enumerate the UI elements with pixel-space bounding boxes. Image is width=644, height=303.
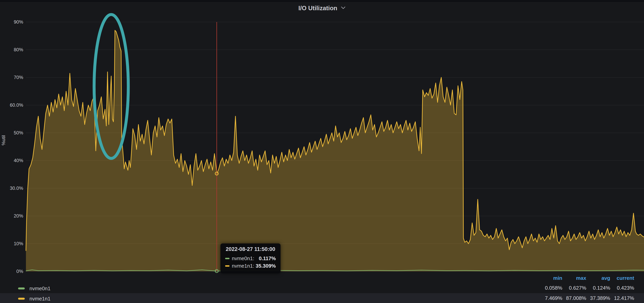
legend-stat-nvme1n1-current: 12.417%	[601, 295, 634, 301]
io-utilization-chart[interactable]	[0, 0, 644, 303]
legend-series-nvme1n1[interactable]: nvme1n1	[18, 294, 50, 303]
tooltip-series-value: 35.309%	[256, 263, 276, 269]
legend-series-nvme0n1[interactable]: nvme0n1	[18, 284, 50, 293]
tooltip-timestamp: 2022-08-27 11:50:00	[225, 246, 276, 252]
legend-swatch[interactable]	[18, 288, 25, 290]
tooltip-series-rows: nvme0n1:0.117%nvme1n1:35.309%	[225, 255, 276, 270]
tooltip-row: nvme0n1:0.117%	[225, 255, 276, 262]
legend-stat-nvme0n1-current: 0.423%	[601, 285, 634, 291]
legend-swatch[interactable]	[18, 298, 25, 300]
tooltip-series-value: 0.117%	[259, 256, 276, 262]
nvme1n1-hover-point	[215, 172, 218, 175]
hover-tooltip: 2022-08-27 11:50:00 nvme0n1:0.117%nvme1n…	[220, 244, 280, 273]
tooltip-series-swatch	[225, 265, 230, 267]
tooltip-series-swatch	[225, 258, 230, 259]
grafana-panel: I/O Utilization %util 90%80%70%60.0%50%4…	[0, 0, 644, 303]
legend-header-current[interactable]: current	[601, 275, 634, 281]
legend-series-name[interactable]: nvme0n1	[30, 286, 50, 292]
tooltip-series-name: nvme0n1:	[232, 256, 254, 262]
tooltip-row: nvme1n1:35.309%	[225, 262, 276, 270]
legend-series-name[interactable]: nvme1n1	[30, 296, 50, 302]
tooltip-series-name: nvme1n1:	[232, 263, 254, 269]
